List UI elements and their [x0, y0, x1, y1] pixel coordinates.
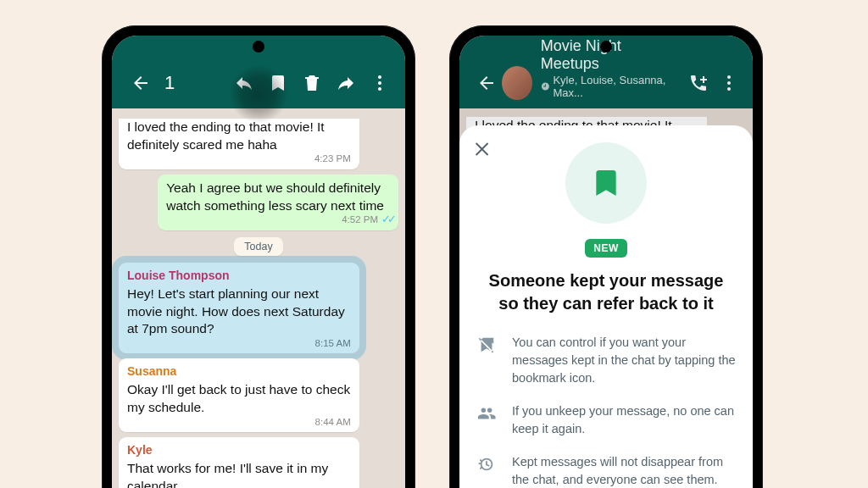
- svg-point-1: [378, 81, 381, 85]
- message-bubble-selected[interactable]: Louise Thompson Hey! Let's start plannin…: [119, 263, 359, 354]
- message-time: 8:44 AM: [315, 416, 351, 430]
- trash-icon: [302, 73, 322, 93]
- svg-point-0: [378, 75, 381, 79]
- svg-point-2: [378, 87, 381, 91]
- phone-left: 1 I loved the ending to that movie! It d…: [102, 25, 415, 488]
- chat-pane[interactable]: I loved the ending to that movie! It def…: [112, 108, 405, 488]
- selection-count: 1: [164, 66, 175, 100]
- message-sender: Susanna: [127, 363, 351, 380]
- screen-right: Movie Night Meetups Kyle, Louise, Susann…: [459, 36, 753, 488]
- bookmark-hero: [565, 142, 647, 224]
- message-bubble[interactable]: Kyle That works for me! I'll save it in …: [119, 437, 359, 488]
- message-sender: Kyle: [127, 442, 351, 458]
- back-button[interactable]: [124, 66, 158, 100]
- message-bubble-out[interactable]: Yeah I agree but we should definitely wa…: [158, 175, 398, 230]
- more-vert-icon: [370, 73, 390, 93]
- bookmark-off-icon: [475, 334, 498, 354]
- kept-message-sheet: NEW Someone kept your message so they ca…: [459, 125, 753, 488]
- reply-icon: [234, 73, 254, 93]
- message-text: Okay I'll get back to just have to check…: [127, 382, 350, 414]
- people-icon: [475, 402, 498, 423]
- sheet-title: Someone kept your message so they can re…: [475, 269, 737, 315]
- message-bubble[interactable]: Susanna Okay I'll get back to just have …: [119, 358, 359, 432]
- arrow-left-icon: [131, 73, 151, 93]
- message-text: Yeah I agree but we should definitely wa…: [166, 180, 384, 213]
- date-chip: Today: [234, 237, 282, 256]
- reply-button[interactable]: [227, 66, 261, 100]
- bookmark-button[interactable]: [261, 66, 295, 100]
- read-ticks-icon: ✓✓: [381, 212, 393, 227]
- phone-right: Movie Night Meetups Kyle, Louise, Susann…: [449, 25, 763, 488]
- message-sender: Louise Thompson: [127, 268, 351, 284]
- camera-notch: [253, 41, 264, 53]
- message-text: I loved the ending to that movie! It def…: [127, 119, 325, 152]
- sheet-bullets: You can control if you want your message…: [475, 334, 737, 488]
- forward-button[interactable]: [329, 66, 363, 100]
- message-time: 4:52 PM: [342, 214, 378, 227]
- camera-notch: [600, 41, 612, 53]
- new-badge: NEW: [585, 239, 627, 258]
- close-icon: [473, 139, 493, 159]
- timer-icon: [475, 453, 498, 474]
- message-time: 8:15 AM: [315, 337, 351, 351]
- close-button[interactable]: [471, 137, 495, 161]
- bullet-text: Kept messages will not disappear from th…: [512, 453, 737, 488]
- bullet-text: You can control if you want your message…: [512, 334, 737, 387]
- delete-button[interactable]: [295, 66, 329, 100]
- message-text: Hey! Let's start planning our next movie…: [127, 286, 345, 336]
- bullet-text: If you unkeep your message, no one can k…: [512, 402, 737, 438]
- overflow-button[interactable]: [363, 66, 397, 100]
- screen-left: 1 I loved the ending to that movie! It d…: [112, 36, 405, 488]
- forward-icon: [336, 73, 356, 93]
- message-time: 4:23 PM: [314, 152, 351, 166]
- bookmark-icon: [268, 73, 288, 93]
- message-text: That works for me! I'll save it in my ca…: [127, 461, 328, 488]
- message-bubble[interactable]: I loved the ending to that movie! It def…: [119, 119, 359, 169]
- bookmark-icon: [589, 166, 623, 200]
